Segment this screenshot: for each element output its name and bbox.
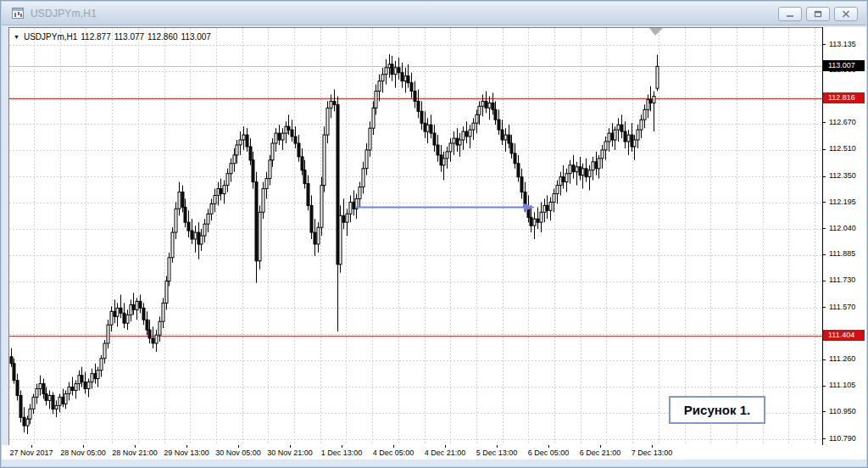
minimize-icon <box>785 9 795 19</box>
price-tick-label: 111.885 <box>829 248 855 259</box>
ohlc-close: 113.007 <box>181 32 211 42</box>
time-axis: 27 Nov 201728 Nov 05:0028 Nov 21:0029 No… <box>2 445 866 460</box>
price-tick-label: 110.950 <box>829 406 856 417</box>
chart-window-icon <box>12 8 25 20</box>
figure-caption-box[interactable]: Рисунок 1. <box>669 396 765 424</box>
time-tick-mark <box>186 445 187 448</box>
price-tick-mark <box>822 438 826 439</box>
price-tick-mark <box>822 122 826 123</box>
time-tick-label: 30 Nov 21:00 <box>267 448 313 457</box>
price-tick-label: 111.570 <box>829 302 855 313</box>
price-tick-label: 112.670 <box>829 117 856 128</box>
price-tick-mark <box>822 44 826 45</box>
time-tick-mark <box>652 445 653 448</box>
price-tick-label: 112.040 <box>829 223 856 234</box>
time-tick-mark <box>393 445 394 448</box>
price-tick-mark <box>822 411 826 412</box>
time-tick-label: 1 Dec 13:00 <box>321 448 363 457</box>
minimize-button[interactable] <box>778 7 802 21</box>
price-tick-mark <box>822 202 826 203</box>
time-tick-mark <box>31 445 32 448</box>
time-tick-label: 28 Nov 21:00 <box>112 448 158 457</box>
level-price-label: 111.404 <box>823 330 865 341</box>
time-tick-mark <box>497 445 498 448</box>
price-tick-label: 111.730 <box>829 275 855 286</box>
price-tick-label: 111.105 <box>829 380 855 391</box>
close-icon <box>841 9 851 19</box>
current-price-label: 113.007 <box>823 60 865 71</box>
level-price-label: 112.816 <box>823 92 865 103</box>
price-tick-mark <box>822 228 826 229</box>
chart-plot-area[interactable]: ▼USDJPYm,H1112.877113.077112.860113.007 … <box>8 27 822 445</box>
time-tick-mark <box>342 445 342 448</box>
symbol-dropdown-icon[interactable]: ▼ <box>14 34 19 40</box>
time-tick-mark <box>600 445 601 448</box>
time-tick-label: 7 Dec 13:00 <box>632 448 673 457</box>
candlestick-chart[interactable] <box>9 28 823 446</box>
price-tick-mark <box>822 386 826 387</box>
ohlc-readout: ▼USDJPYm,H1112.877113.077112.860113.007 <box>14 32 214 42</box>
price-tick-mark <box>822 176 826 177</box>
ohlc-symbol: USDJPYm,H1 <box>24 32 77 42</box>
time-tick-mark <box>135 445 136 448</box>
price-tick-label: 112.350 <box>829 170 856 181</box>
price-tick-label: 113.135 <box>829 39 856 50</box>
time-tick-label: 4 Dec 21:00 <box>425 448 466 457</box>
time-tick-label: 6 Dec 05:00 <box>528 448 570 457</box>
window-titlebar[interactable]: USDJPYm,H1 <box>2 2 866 25</box>
price-axis: 113.135112.980112.670112.510112.350112.1… <box>822 27 866 460</box>
price-tick-mark <box>822 149 826 150</box>
time-tick-label: 27 Nov 2017 <box>9 448 53 457</box>
time-tick-label: 29 Nov 13:00 <box>164 448 209 457</box>
price-tick-label: 112.510 <box>829 143 856 154</box>
time-tick-label: 30 Nov 05:00 <box>215 448 261 457</box>
mt4-chart-window: USDJPYm,H1 ▼USDJPYm,H1112.877113.077112.… <box>0 0 868 468</box>
price-axis-line <box>822 27 823 445</box>
ohlc-low: 112.860 <box>147 32 177 42</box>
price-tick-mark <box>822 281 826 281</box>
price-tick-mark <box>822 254 826 255</box>
figure-caption-text: Рисунок 1. <box>684 403 750 417</box>
window-title: USDJPYm,H1 <box>31 8 97 20</box>
price-tick-mark <box>822 359 826 360</box>
ohlc-high: 113.077 <box>114 32 144 42</box>
time-tick-label: 4 Dec 05:00 <box>373 448 415 457</box>
price-tick-label: 111.260 <box>829 354 855 365</box>
chart-content: ▼USDJPYm,H1112.877113.077112.860113.007 … <box>2 25 866 467</box>
time-tick-mark <box>83 445 84 448</box>
time-tick-label: 6 Dec 21:00 <box>580 448 621 457</box>
time-tick-label: 5 Dec 13:00 <box>476 448 518 457</box>
close-button[interactable] <box>834 7 858 21</box>
time-tick-label: 28 Nov 05:00 <box>60 448 106 457</box>
price-tick-label: 112.195 <box>829 197 856 208</box>
restore-icon <box>813 9 823 19</box>
ohlc-open: 112.877 <box>81 32 110 42</box>
restore-button[interactable] <box>806 7 830 21</box>
time-tick-mark <box>445 445 446 448</box>
cursor-artifact <box>649 28 663 36</box>
price-tick-mark <box>822 307 826 308</box>
time-tick-mark <box>238 445 239 448</box>
time-tick-mark <box>548 445 549 448</box>
price-tick-label: 110.790 <box>829 433 856 444</box>
time-tick-mark <box>290 445 291 448</box>
